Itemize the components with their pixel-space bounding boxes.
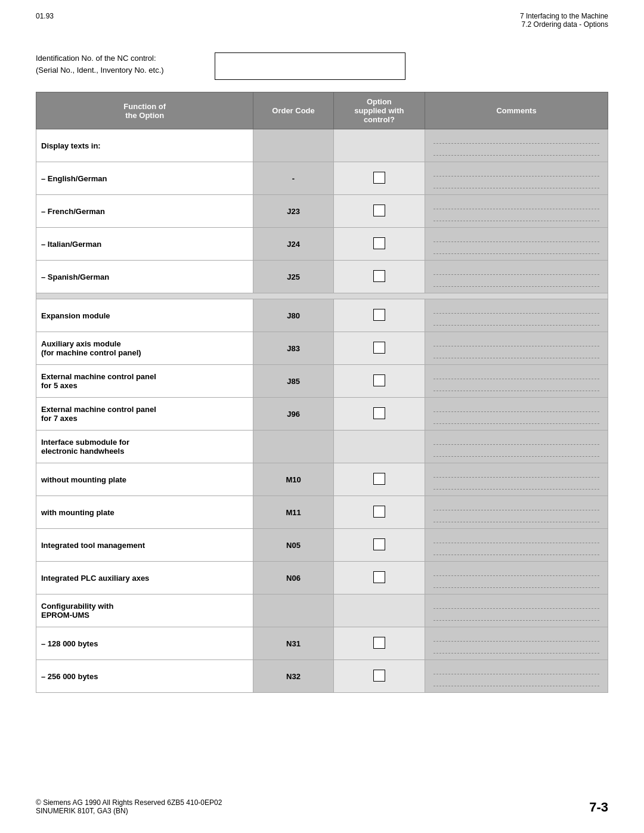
function-cell-0: Display texts in: (36, 129, 253, 162)
option-checkbox-8[interactable] (373, 374, 385, 386)
comments-cell-13 (425, 529, 608, 562)
order-cell-12: M11 (253, 496, 333, 529)
comments-cell-14 (425, 562, 608, 594)
option-cell-13 (333, 529, 425, 562)
table-row-1: – English/German- (36, 162, 608, 195)
comments-cell-8 (425, 365, 608, 398)
option-cell-7 (333, 332, 425, 365)
comments-cell-12 (425, 496, 608, 529)
option-checkbox-16[interactable] (373, 637, 385, 649)
comments-cell-0 (425, 129, 608, 162)
option-cell-16 (333, 627, 425, 660)
function-cell-17: – 256 000 bytes (36, 660, 253, 693)
option-checkbox-12[interactable] (373, 506, 385, 518)
col-header-option: Optionsupplied withcontrol? (333, 92, 425, 129)
comments-cell-6 (425, 299, 608, 332)
page-footer: © Siemens AG 1990 All Rights Reserved 6Z… (36, 798, 608, 815)
option-cell-2 (333, 195, 425, 228)
function-cell-1: – English/German (36, 162, 253, 195)
header-section: 7 Interfacing to the Machine 7.2 Orderin… (520, 12, 608, 29)
col-header-function: Function ofthe Option (36, 92, 253, 129)
option-cell-15 (333, 594, 425, 627)
option-checkbox-13[interactable] (373, 538, 385, 550)
footer-page-number: 7-3 (589, 800, 608, 815)
col-header-order: Order Code (253, 92, 333, 129)
comments-cell-1 (425, 162, 608, 195)
function-cell-11: without mounting plate (36, 463, 253, 496)
comments-cell-3 (425, 228, 608, 261)
col-header-comments: Comments (425, 92, 608, 129)
option-checkbox-3[interactable] (373, 237, 385, 249)
function-cell-4: – Spanish/German (36, 261, 253, 293)
option-checkbox-6[interactable] (373, 309, 385, 321)
option-cell-10 (333, 431, 425, 463)
section-row-15: Configurability withEPROM-UMS (36, 594, 608, 627)
header-version: 01.93 (36, 12, 54, 29)
option-cell-8 (333, 365, 425, 398)
order-cell-15 (253, 594, 333, 627)
option-checkbox-14[interactable] (373, 571, 385, 583)
function-cell-3: – Italian/German (36, 228, 253, 261)
table-row-4: – Spanish/GermanJ25 (36, 261, 608, 293)
function-cell-6: Expansion module (36, 299, 253, 332)
table-row-3: – Italian/GermanJ24 (36, 228, 608, 261)
option-cell-1 (333, 162, 425, 195)
option-checkbox-11[interactable] (373, 473, 385, 485)
order-cell-8: J85 (253, 365, 333, 398)
main-table: Function ofthe Option Order Code Options… (36, 92, 608, 693)
id-section: Identification No. of the NC control: (S… (36, 52, 608, 80)
header-section-line1: 7 Interfacing to the Machine (520, 12, 608, 20)
option-cell-0 (333, 129, 425, 162)
option-cell-17 (333, 660, 425, 693)
function-cell-7: Auxiliary axis module(for machine contro… (36, 332, 253, 365)
order-cell-6: J80 (253, 299, 333, 332)
function-cell-12: with mounting plate (36, 496, 253, 529)
option-cell-12 (333, 496, 425, 529)
option-cell-4 (333, 261, 425, 293)
option-checkbox-2[interactable] (373, 205, 385, 216)
comments-cell-4 (425, 261, 608, 293)
order-cell-4: J25 (253, 261, 333, 293)
table-row-16: – 128 000 bytesN31 (36, 627, 608, 660)
order-cell-9: J96 (253, 398, 333, 431)
table-header-row: Function ofthe Option Order Code Options… (36, 92, 608, 129)
comments-cell-11 (425, 463, 608, 496)
option-cell-6 (333, 299, 425, 332)
order-cell-11: M10 (253, 463, 333, 496)
order-cell-13: N05 (253, 529, 333, 562)
order-cell-7: J83 (253, 332, 333, 365)
comments-cell-9 (425, 398, 608, 431)
id-label: Identification No. of the NC control: (S… (36, 52, 203, 76)
table-row-11: without mounting plateM10 (36, 463, 608, 496)
footer-product: SINUMERIK 810T, GA3 (BN) (36, 807, 222, 815)
id-input-box[interactable] (215, 52, 405, 80)
table-row-14: Integrated PLC auxiliary axesN06 (36, 562, 608, 594)
table-row-2: – French/GermanJ23 (36, 195, 608, 228)
comments-cell-17 (425, 660, 608, 693)
order-cell-17: N32 (253, 660, 333, 693)
order-cell-3: J24 (253, 228, 333, 261)
page: 01.93 7 Interfacing to the Machine 7.2 O… (0, 0, 644, 833)
footer-left: © Siemens AG 1990 All Rights Reserved 6Z… (36, 798, 222, 815)
order-cell-1: - (253, 162, 333, 195)
option-checkbox-7[interactable] (373, 342, 385, 354)
option-checkbox-1[interactable] (373, 172, 385, 184)
order-cell-0 (253, 129, 333, 162)
order-cell-10 (253, 431, 333, 463)
function-cell-10: Interface submodule forelectronic handwh… (36, 431, 253, 463)
table-row-9: External machine control panelfor 7 axes… (36, 398, 608, 431)
option-cell-14 (333, 562, 425, 594)
table-row-12: with mounting plateM11 (36, 496, 608, 529)
comments-cell-10 (425, 431, 608, 463)
option-checkbox-4[interactable] (373, 270, 385, 282)
function-cell-9: External machine control panelfor 7 axes (36, 398, 253, 431)
id-label-line1: Identification No. of the NC control: (36, 52, 203, 64)
option-checkbox-17[interactable] (373, 670, 385, 682)
table-row-8: External machine control panelfor 5 axes… (36, 365, 608, 398)
order-cell-14: N06 (253, 562, 333, 594)
option-cell-3 (333, 228, 425, 261)
section-row-10: Interface submodule forelectronic handwh… (36, 431, 608, 463)
table-row-7: Auxiliary axis module(for machine contro… (36, 332, 608, 365)
option-cell-9 (333, 398, 425, 431)
option-checkbox-9[interactable] (373, 407, 385, 419)
